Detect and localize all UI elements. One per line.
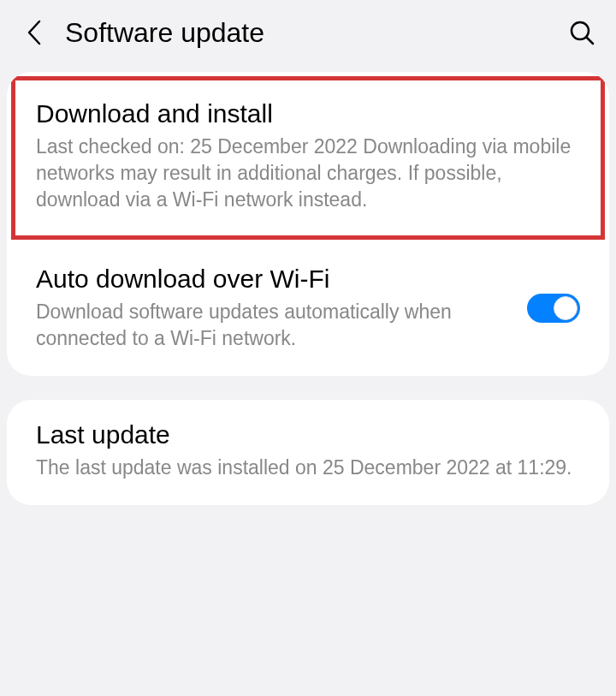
back-button[interactable]: [17, 15, 51, 50]
search-icon: [569, 20, 595, 45]
settings-card-last-update: Last update The last update was installe…: [7, 400, 609, 505]
download-install-desc: Last checked on: 25 December 2022 Downlo…: [36, 134, 580, 213]
auto-download-row[interactable]: Auto download over Wi-Fi Download softwa…: [7, 244, 609, 376]
svg-line-1: [587, 38, 593, 44]
settings-card-main: Download and install Last checked on: 25…: [7, 72, 609, 376]
last-update-row[interactable]: Last update The last update was installe…: [7, 400, 609, 505]
auto-download-desc: Download software updates automatically …: [36, 299, 510, 352]
header: Software update: [0, 0, 616, 65]
search-button[interactable]: [565, 15, 599, 50]
auto-download-title: Auto download over Wi-Fi: [36, 265, 510, 294]
toggle-knob: [554, 296, 578, 320]
auto-download-toggle[interactable]: [527, 294, 580, 323]
download-install-row[interactable]: Download and install Last checked on: 25…: [7, 72, 609, 244]
svg-point-0: [572, 22, 589, 39]
chevron-left-icon: [26, 19, 43, 46]
page-title: Software update: [65, 17, 565, 49]
last-update-desc: The last update was installed on 25 Dece…: [36, 455, 580, 481]
download-install-title: Download and install: [36, 99, 580, 128]
last-update-title: Last update: [36, 420, 580, 449]
